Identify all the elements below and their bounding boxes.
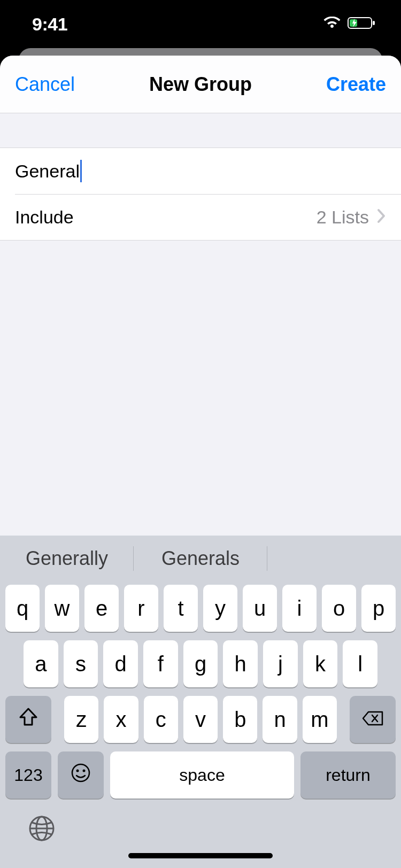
key-w[interactable]: w xyxy=(45,585,79,632)
return-key[interactable]: return xyxy=(300,751,396,799)
key-g[interactable]: g xyxy=(183,640,218,687)
key-x[interactable]: x xyxy=(104,696,138,743)
shift-key[interactable] xyxy=(5,696,51,743)
group-name-cell[interactable]: General xyxy=(0,148,401,194)
key-d[interactable]: d xyxy=(103,640,138,687)
include-cell[interactable]: Include 2 Lists xyxy=(0,194,401,240)
key-l[interactable]: l xyxy=(343,640,377,687)
key-u[interactable]: u xyxy=(243,585,277,632)
include-label: Include xyxy=(15,207,74,228)
space-key[interactable]: space xyxy=(110,751,294,799)
key-e[interactable]: e xyxy=(84,585,119,632)
candidate-3[interactable] xyxy=(267,544,401,573)
status-icons xyxy=(323,17,376,32)
key-b[interactable]: b xyxy=(223,696,257,743)
nav-bar: Cancel New Group Create xyxy=(0,56,401,113)
key-t[interactable]: t xyxy=(164,585,198,632)
create-button[interactable]: Create xyxy=(326,73,386,96)
svg-point-4 xyxy=(76,769,79,772)
key-z[interactable]: z xyxy=(64,696,98,743)
svg-point-5 xyxy=(83,769,86,772)
include-value: 2 Lists xyxy=(317,207,369,228)
key-r[interactable]: r xyxy=(124,585,158,632)
key-k[interactable]: k xyxy=(303,640,338,687)
keyboard-bottom xyxy=(0,804,401,868)
key-q[interactable]: q xyxy=(5,585,40,632)
status-time: 9:41 xyxy=(32,14,67,35)
backspace-key[interactable] xyxy=(350,696,396,743)
globe-icon[interactable] xyxy=(28,815,56,844)
key-y[interactable]: y xyxy=(203,585,237,632)
battery-icon xyxy=(348,17,376,32)
shift-icon xyxy=(18,708,38,732)
chevron-right-icon xyxy=(376,208,386,226)
candidate-2[interactable]: Generals xyxy=(134,544,267,573)
candidate-bar: Generally Generals xyxy=(0,536,401,582)
numbers-key[interactable]: 123 xyxy=(5,751,51,799)
svg-rect-2 xyxy=(373,21,375,25)
new-group-sheet: Cancel New Group Create General Include … xyxy=(0,56,401,868)
status-bar: 9:41 xyxy=(0,0,401,48)
svg-point-3 xyxy=(72,764,89,781)
key-j[interactable]: j xyxy=(263,640,298,687)
wifi-icon xyxy=(323,17,341,32)
key-i[interactable]: i xyxy=(282,585,317,632)
group-name-text: General xyxy=(15,161,80,182)
emoji-icon xyxy=(70,762,91,788)
nav-title: New Group xyxy=(149,73,252,96)
group-name-input[interactable]: General xyxy=(15,148,386,194)
key-o[interactable]: o xyxy=(322,585,356,632)
home-indicator[interactable] xyxy=(128,853,273,858)
key-m[interactable]: m xyxy=(303,696,337,743)
candidate-1[interactable]: Generally xyxy=(0,544,134,573)
key-f[interactable]: f xyxy=(143,640,178,687)
backspace-icon xyxy=(361,708,384,732)
key-n[interactable]: n xyxy=(263,696,297,743)
key-a[interactable]: a xyxy=(24,640,58,687)
key-s[interactable]: s xyxy=(64,640,98,687)
key-p[interactable]: p xyxy=(361,585,396,632)
key-h[interactable]: h xyxy=(223,640,258,687)
keyboard: Generally Generals q w e r t y u i o p xyxy=(0,536,401,868)
form-group: General Include 2 Lists xyxy=(0,148,401,241)
text-cursor xyxy=(80,160,82,182)
section-spacer xyxy=(0,113,401,148)
key-v[interactable]: v xyxy=(183,696,218,743)
emoji-key[interactable] xyxy=(58,751,104,799)
key-c[interactable]: c xyxy=(144,696,178,743)
sheet-body: General Include 2 Lists xyxy=(0,113,401,241)
cancel-button[interactable]: Cancel xyxy=(15,73,75,96)
